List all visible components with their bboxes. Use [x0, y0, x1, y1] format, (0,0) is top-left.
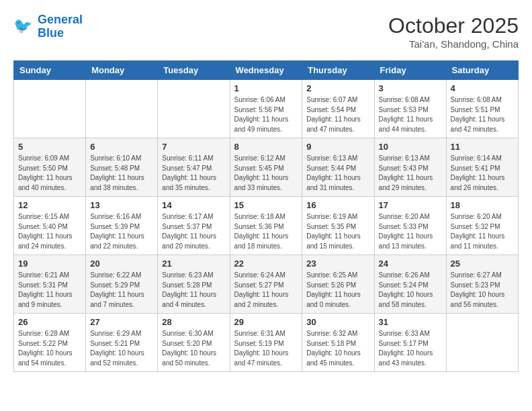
day-number: 28 — [162, 317, 225, 327]
calendar-cell: 17 Sunrise: 6:20 AM Sunset: 5:33 PM Dayl… — [374, 197, 446, 255]
day-info: Sunrise: 6:11 AM Sunset: 5:47 PM Dayligh… — [162, 154, 225, 193]
day-info: Sunrise: 6:13 AM Sunset: 5:43 PM Dayligh… — [379, 154, 442, 193]
location-title: Tai'an, Shandong, China — [388, 38, 519, 50]
day-info: Sunrise: 6:21 AM Sunset: 5:31 PM Dayligh… — [18, 271, 81, 310]
day-number: 7 — [162, 142, 225, 152]
calendar-cell: 25 Sunrise: 6:27 AM Sunset: 5:23 PM Dayl… — [446, 255, 518, 314]
day-info: Sunrise: 6:24 AM Sunset: 5:27 PM Dayligh… — [234, 271, 298, 310]
calendar-cell: 4 Sunrise: 6:08 AM Sunset: 5:51 PM Dayli… — [446, 80, 518, 138]
day-number: 8 — [234, 142, 298, 152]
calendar-cell: 14 Sunrise: 6:17 AM Sunset: 5:37 PM Dayl… — [158, 197, 230, 255]
day-info: Sunrise: 6:20 AM Sunset: 5:33 PM Dayligh… — [379, 212, 442, 251]
calendar-cell: 11 Sunrise: 6:14 AM Sunset: 5:41 PM Dayl… — [446, 138, 518, 197]
calendar-cell: 13 Sunrise: 6:16 AM Sunset: 5:39 PM Dayl… — [86, 197, 158, 255]
day-info: Sunrise: 6:07 AM Sunset: 5:54 PM Dayligh… — [306, 95, 369, 134]
day-number: 18 — [451, 200, 514, 210]
calendar-cell: 9 Sunrise: 6:13 AM Sunset: 5:44 PM Dayli… — [302, 138, 374, 197]
day-number: 13 — [90, 200, 153, 210]
calendar-cell — [86, 80, 158, 138]
day-info: Sunrise: 6:27 AM Sunset: 5:23 PM Dayligh… — [451, 271, 514, 310]
logo: 🐦 General Blue — [13, 13, 83, 40]
day-info: Sunrise: 6:28 AM Sunset: 5:22 PM Dayligh… — [18, 329, 81, 368]
day-info: Sunrise: 6:31 AM Sunset: 5:19 PM Dayligh… — [234, 329, 298, 368]
day-info: Sunrise: 6:08 AM Sunset: 5:51 PM Dayligh… — [451, 95, 514, 134]
day-number: 17 — [379, 200, 442, 210]
day-number: 4 — [451, 83, 514, 93]
calendar-cell: 19 Sunrise: 6:21 AM Sunset: 5:31 PM Dayl… — [14, 255, 86, 314]
day-number: 11 — [451, 142, 514, 152]
calendar-cell: 10 Sunrise: 6:13 AM Sunset: 5:43 PM Dayl… — [374, 138, 446, 197]
day-info: Sunrise: 6:06 AM Sunset: 5:56 PM Dayligh… — [234, 95, 298, 134]
calendar-cell: 24 Sunrise: 6:26 AM Sunset: 5:24 PM Dayl… — [374, 255, 446, 314]
day-number: 5 — [18, 142, 81, 152]
calendar-cell: 27 Sunrise: 6:29 AM Sunset: 5:21 PM Dayl… — [86, 314, 158, 372]
calendar-cell: 6 Sunrise: 6:10 AM Sunset: 5:48 PM Dayli… — [86, 138, 158, 197]
day-number: 15 — [234, 200, 298, 210]
weekday-header-row: SundayMondayTuesdayWednesdayThursdayFrid… — [14, 61, 519, 80]
day-number: 20 — [90, 259, 153, 269]
weekday-header-saturday: Saturday — [446, 61, 518, 80]
logo-icon: 🐦 — [13, 16, 35, 38]
month-title: October 2025 — [388, 13, 519, 38]
calendar-cell: 23 Sunrise: 6:25 AM Sunset: 5:26 PM Dayl… — [302, 255, 374, 314]
day-number: 14 — [162, 200, 225, 210]
day-number: 24 — [379, 259, 442, 269]
day-info: Sunrise: 6:23 AM Sunset: 5:28 PM Dayligh… — [162, 271, 225, 310]
calendar-cell: 16 Sunrise: 6:19 AM Sunset: 5:35 PM Dayl… — [302, 197, 374, 255]
day-number: 10 — [379, 142, 442, 152]
day-info: Sunrise: 6:17 AM Sunset: 5:37 PM Dayligh… — [162, 212, 225, 251]
day-info: Sunrise: 6:33 AM Sunset: 5:17 PM Dayligh… — [379, 329, 442, 368]
day-info: Sunrise: 6:32 AM Sunset: 5:18 PM Dayligh… — [306, 329, 369, 368]
calendar-table: SundayMondayTuesdayWednesdayThursdayFrid… — [13, 60, 519, 372]
day-number: 12 — [18, 200, 81, 210]
calendar-cell: 8 Sunrise: 6:12 AM Sunset: 5:45 PM Dayli… — [230, 138, 302, 197]
day-number: 22 — [234, 259, 298, 269]
page-header: 🐦 General Blue October 2025 Tai'an, Shan… — [13, 13, 519, 50]
weekday-header-monday: Monday — [86, 61, 158, 80]
day-info: Sunrise: 6:29 AM Sunset: 5:21 PM Dayligh… — [90, 329, 153, 368]
day-number: 6 — [90, 142, 153, 152]
day-info: Sunrise: 6:15 AM Sunset: 5:40 PM Dayligh… — [18, 212, 81, 251]
day-number: 3 — [379, 83, 442, 93]
logo-text: General Blue — [38, 13, 83, 40]
calendar-cell: 7 Sunrise: 6:11 AM Sunset: 5:47 PM Dayli… — [158, 138, 230, 197]
day-number: 2 — [306, 83, 369, 93]
day-number: 31 — [379, 317, 442, 327]
calendar-cell: 12 Sunrise: 6:15 AM Sunset: 5:40 PM Dayl… — [14, 197, 86, 255]
calendar-cell: 15 Sunrise: 6:18 AM Sunset: 5:36 PM Dayl… — [230, 197, 302, 255]
calendar-cell: 5 Sunrise: 6:09 AM Sunset: 5:50 PM Dayli… — [14, 138, 86, 197]
calendar-cell: 3 Sunrise: 6:08 AM Sunset: 5:53 PM Dayli… — [374, 80, 446, 138]
calendar-cell: 20 Sunrise: 6:22 AM Sunset: 5:29 PM Dayl… — [86, 255, 158, 314]
calendar-cell: 29 Sunrise: 6:31 AM Sunset: 5:19 PM Dayl… — [230, 314, 302, 372]
day-info: Sunrise: 6:19 AM Sunset: 5:35 PM Dayligh… — [306, 212, 369, 251]
day-info: Sunrise: 6:18 AM Sunset: 5:36 PM Dayligh… — [234, 212, 298, 251]
day-number: 29 — [234, 317, 298, 327]
calendar-week-row: 12 Sunrise: 6:15 AM Sunset: 5:40 PM Dayl… — [14, 197, 519, 255]
day-number: 19 — [18, 259, 81, 269]
calendar-cell: 21 Sunrise: 6:23 AM Sunset: 5:28 PM Dayl… — [158, 255, 230, 314]
calendar-cell: 22 Sunrise: 6:24 AM Sunset: 5:27 PM Dayl… — [230, 255, 302, 314]
day-number: 25 — [451, 259, 514, 269]
day-number: 27 — [90, 317, 153, 327]
calendar-cell: 31 Sunrise: 6:33 AM Sunset: 5:17 PM Dayl… — [374, 314, 446, 372]
calendar-cell: 26 Sunrise: 6:28 AM Sunset: 5:22 PM Dayl… — [14, 314, 86, 372]
title-block: October 2025 Tai'an, Shandong, China — [388, 13, 519, 50]
calendar-cell — [446, 314, 518, 372]
calendar-week-row: 19 Sunrise: 6:21 AM Sunset: 5:31 PM Dayl… — [14, 255, 519, 314]
calendar-cell: 1 Sunrise: 6:06 AM Sunset: 5:56 PM Dayli… — [230, 80, 302, 138]
calendar-cell — [158, 80, 230, 138]
day-number: 21 — [162, 259, 225, 269]
calendar-cell: 18 Sunrise: 6:20 AM Sunset: 5:32 PM Dayl… — [446, 197, 518, 255]
day-number: 26 — [18, 317, 81, 327]
day-info: Sunrise: 6:26 AM Sunset: 5:24 PM Dayligh… — [379, 271, 442, 310]
weekday-header-sunday: Sunday — [14, 61, 86, 80]
day-info: Sunrise: 6:09 AM Sunset: 5:50 PM Dayligh… — [18, 154, 81, 193]
day-number: 9 — [306, 142, 369, 152]
day-number: 16 — [306, 200, 369, 210]
calendar-week-row: 1 Sunrise: 6:06 AM Sunset: 5:56 PM Dayli… — [14, 80, 519, 138]
day-info: Sunrise: 6:10 AM Sunset: 5:48 PM Dayligh… — [90, 154, 153, 193]
day-info: Sunrise: 6:16 AM Sunset: 5:39 PM Dayligh… — [90, 212, 153, 251]
day-number: 1 — [234, 83, 298, 93]
day-info: Sunrise: 6:12 AM Sunset: 5:45 PM Dayligh… — [234, 154, 298, 193]
calendar-cell — [14, 80, 86, 138]
